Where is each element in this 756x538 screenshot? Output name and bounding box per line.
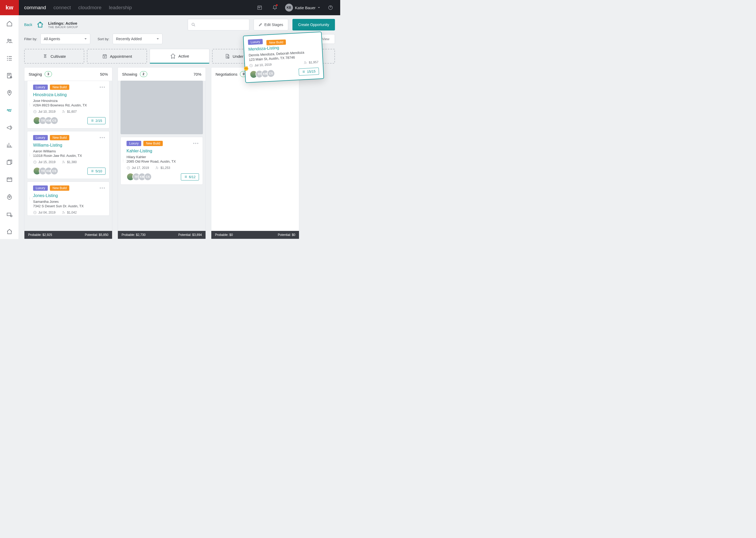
drag-handle-icon[interactable]: ⋮⋮⋮⋮: [28, 103, 34, 106]
store-icon[interactable]: [255, 3, 264, 13]
rail-handshake-icon[interactable]: [4, 107, 15, 114]
calendar-icon: [102, 54, 107, 59]
drag-handle-icon[interactable]: ⋮⋮⋮⋮: [28, 197, 34, 200]
progress-chip[interactable]: 2/15: [87, 117, 106, 124]
nav-cloudmore[interactable]: cloudmore: [78, 5, 102, 11]
column-title: Showing: [122, 72, 137, 77]
tab-cultivate[interactable]: Cultivate: [24, 49, 84, 64]
rail-properties-icon[interactable]: [4, 176, 15, 183]
column-showing: Showing 2 70% ⋮⋮⋮⋮ Luxury New Build ••• …: [118, 67, 206, 239]
column-negotiations: Negotiations 0 80% Probable: $0 Potentia…: [211, 67, 299, 239]
card-price: $1,380: [62, 160, 77, 164]
dragging-card[interactable]: ✊ Luxury New Build Mendoza-Listing Denni…: [243, 31, 324, 83]
page-subtitle: THE BAUER GROUP: [48, 26, 78, 28]
sort-select[interactable]: Recently Added: [113, 34, 163, 44]
card-more-icon[interactable]: •••: [193, 141, 199, 146]
rail-forms-icon[interactable]: [4, 72, 15, 79]
plant-icon: [42, 54, 48, 59]
list-icon: [91, 119, 94, 122]
rail-sign-icon[interactable]: [4, 211, 15, 218]
card-title[interactable]: Jones-Listing: [33, 193, 106, 198]
progress-chip[interactable]: 5/10: [87, 168, 106, 175]
progress-chip[interactable]: 15/15: [299, 68, 319, 76]
user-name: Katie Bauer: [295, 6, 315, 10]
card-client: Samantha Jones: [33, 200, 106, 204]
card-address: 11018 Rosin Jaw Rd. Austin, TX: [33, 154, 106, 158]
card-more-icon[interactable]: •••: [100, 85, 106, 89]
drag-handle-icon[interactable]: ⋮⋮⋮⋮: [28, 153, 34, 157]
rail-tasks-icon[interactable]: [4, 55, 15, 62]
pencil-icon: [259, 23, 262, 27]
sort-by-label: Sort by:: [98, 37, 110, 41]
card-more-icon[interactable]: •••: [100, 186, 106, 190]
search-icon: [191, 22, 196, 27]
nav-leadership[interactable]: leadership: [109, 5, 132, 11]
rail-campaign-icon[interactable]: [4, 124, 15, 131]
opportunity-card[interactable]: ⋮⋮⋮⋮ Luxury New Build ••• Kahler-Listing…: [120, 137, 203, 185]
opportunity-card[interactable]: ⋮⋮⋮⋮ Luxury New Build ••• Jones-Listing …: [27, 182, 110, 216]
rail-design-icon[interactable]: [4, 159, 15, 166]
edit-stages-button[interactable]: Edit Stages: [254, 19, 288, 30]
card-address: 2085 Old River Road, Austin, TX: [126, 159, 199, 163]
chevron-down-icon: [318, 6, 320, 9]
card-date: Jul 15, 2019: [33, 160, 55, 164]
filter-by-label: Filter by:: [24, 37, 37, 41]
card-title[interactable]: Williams-Listing: [33, 143, 106, 148]
svg-rect-8: [7, 213, 11, 216]
card-client: Jose Hinostroza: [33, 99, 106, 103]
count-badge: 3: [45, 71, 52, 77]
card-title[interactable]: Hinostroza-Listing: [33, 92, 106, 97]
rail-overview-icon[interactable]: [4, 228, 15, 235]
rail-map-icon[interactable]: [4, 193, 15, 201]
person-money-icon: [62, 110, 65, 114]
opportunity-card[interactable]: ⋮⋮⋮⋮ Luxury New Build ••• Hinostroza-Lis…: [27, 81, 110, 129]
footer-probable: Probable: $0: [215, 233, 233, 237]
svg-point-20: [63, 211, 64, 212]
tag-newbuild: New Build: [266, 39, 286, 45]
kanban-columns: Staging 3 50% ⋮⋮⋮⋮ Luxury New Build ••• …: [24, 67, 335, 239]
card-price: $1,957: [304, 60, 318, 65]
footer-potential: Potential: $0: [278, 233, 295, 237]
user-menu[interactable]: KB Katie Bauer: [285, 4, 320, 12]
footer-potential: Potential: $3,894: [178, 233, 202, 237]
svg-rect-6: [7, 161, 11, 164]
rail-home-icon[interactable]: [4, 20, 15, 27]
svg-point-24: [305, 62, 306, 63]
card-date: Jul 10, 2019: [33, 110, 55, 114]
column-footer: Probable: $0 Potential: $0: [211, 231, 299, 239]
filter-agents-select[interactable]: All Agents: [40, 34, 90, 44]
nav-connect[interactable]: connect: [53, 5, 71, 11]
svg-point-5: [9, 92, 10, 93]
drag-handle-icon[interactable]: ⋮⋮⋮⋮: [122, 159, 127, 162]
notification-dot: [276, 4, 278, 6]
rail-people-icon[interactable]: [4, 37, 15, 45]
rail-reports-icon[interactable]: [4, 141, 15, 149]
brand-logo: kw: [0, 0, 19, 15]
back-link[interactable]: Back: [24, 23, 32, 27]
tab-appointment[interactable]: Appointment: [87, 49, 147, 64]
sort-value: Recently Added: [116, 37, 142, 41]
rail-location-icon[interactable]: [4, 89, 15, 97]
svg-point-12: [104, 56, 105, 57]
footer-probable: Probable: $2,925: [28, 233, 52, 237]
filter-value: All Agents: [44, 37, 60, 41]
create-opportunity-button[interactable]: Create Opportunity: [292, 19, 335, 30]
opportunity-card[interactable]: ⋮⋮⋮⋮ Luxury New Build ••• Williams-Listi…: [27, 131, 110, 179]
tag-newbuild: New Build: [143, 141, 163, 146]
tab-active[interactable]: Active: [150, 49, 209, 64]
bell-icon[interactable]: [270, 3, 280, 13]
help-icon[interactable]: [325, 3, 336, 13]
search-input[interactable]: [188, 19, 249, 30]
card-price: $1,042: [62, 211, 77, 214]
avatar: CS: [50, 117, 58, 125]
side-rail: [0, 15, 19, 239]
card-title[interactable]: Kahler-Listing: [126, 149, 199, 153]
column-title: Staging: [28, 72, 42, 77]
progress-chip[interactable]: 6/12: [181, 173, 199, 181]
house-swap-icon: [170, 53, 176, 59]
nav-command[interactable]: command: [24, 5, 46, 11]
card-more-icon[interactable]: •••: [100, 135, 106, 140]
tag-luxury: Luxury: [126, 141, 141, 146]
edit-stages-label: Edit Stages: [264, 23, 283, 27]
footer-probable: Probable: $2,730: [121, 233, 145, 237]
